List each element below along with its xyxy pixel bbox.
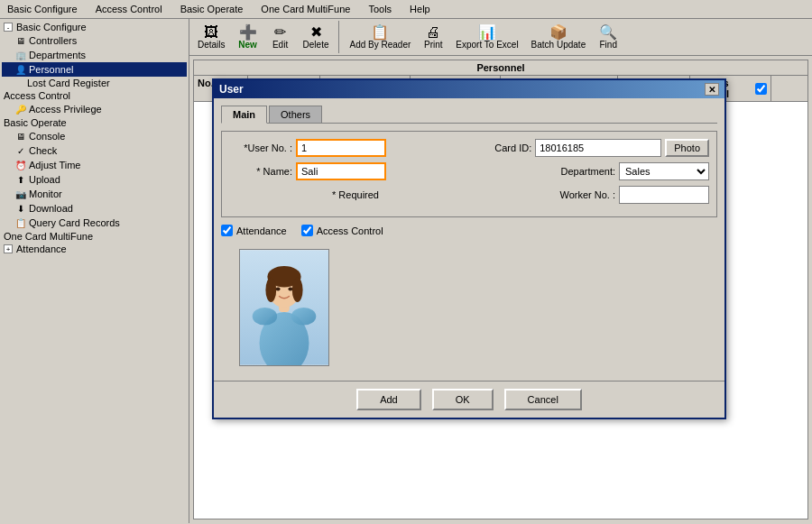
add-button[interactable]: Add [356,389,421,410]
access-control-checkbox[interactable] [301,225,313,236]
user-no-input[interactable] [296,139,386,157]
personnel-icon: 👤 [14,63,27,76]
sidebar-item-access-control-section[interactable]: Access Control [2,89,187,102]
delete-button[interactable]: ✖ Delete [299,23,334,52]
dialog-tabs: Main Others [221,106,717,124]
dialog-body: Main Others *User No. : Card ID: Photo [214,98,724,381]
sidebar-item-personnel[interactable]: 👤 Personnel [2,62,187,77]
query-icon: 📋 [14,216,27,229]
new-button[interactable]: ➕ New [234,23,263,52]
menu-basic-operate[interactable]: Basic Operate [177,2,247,16]
sidebar-label: Console [29,131,65,142]
sidebar-item-query-card[interactable]: 📋 Query Card Records [2,216,187,230]
sidebar-item-console[interactable]: 🖥 Console [2,129,187,143]
ok-button[interactable]: OK [432,389,494,410]
menu-basic-configure[interactable]: Basic Configure [4,2,81,16]
personnel-panel: Personnel No. Worker No. Name Card ID De… [193,60,808,519]
user-dialog: User ✕ Main Others *User No. : [212,78,726,419]
edit-button[interactable]: ✏ Edit [266,23,295,52]
expand-icon-attendance[interactable]: + [4,244,13,253]
name-input[interactable] [296,162,386,180]
details-label: Details [198,40,226,50]
sidebar-item-adjust-time[interactable]: ⏰ Adjust Time [2,158,187,172]
sidebar-label: Monitor [29,188,62,199]
menu-help[interactable]: Help [406,2,434,16]
batch-icon: 📦 [549,25,567,40]
delete-label: Delete [303,40,329,50]
worker-no-label: Worker No. : [552,189,615,200]
sidebar-label: Basic Configure [16,22,87,32]
sidebar-item-access-privilege[interactable]: 🔑 Access Privilege [2,102,187,116]
access-col-checkbox[interactable] [755,83,767,95]
sidebar-item-controllers[interactable]: 🖥 Controllers [2,33,187,48]
sidebar-item-monitor[interactable]: 📷 Monitor [2,187,187,201]
sidebar-label: Access Privilege [29,104,102,115]
batch-update-button[interactable]: 📦 Batch Update [527,23,591,52]
sidebar: - Basic Configure 🖥 Controllers 🏢 Depart… [0,19,189,523]
department-select[interactable]: Sales IT HR Finance [619,162,709,180]
export-excel-button[interactable]: 📊 Export To Excel [451,23,522,52]
print-icon: 🖨 [426,25,440,40]
details-button[interactable]: 🖼 Details [193,23,230,52]
svg-point-8 [288,287,292,290]
name-label: * Name: [229,166,292,177]
menu-one-card[interactable]: One Card MultiFune [257,2,354,16]
monitor-icon: 📷 [14,188,27,200]
find-label: Find [599,40,616,50]
sidebar-label: Controllers [29,35,77,46]
print-button[interactable]: 🖨 Print [419,23,448,52]
sidebar-label: Attendance [16,244,67,254]
tab-others[interactable]: Others [269,106,322,124]
photo-section [221,242,717,373]
edit-icon: ✏ [274,25,286,40]
print-label: Print [424,40,443,50]
sidebar-item-attendance[interactable]: + Attendance [2,243,187,255]
worker-no-input[interactable] [619,186,709,204]
checkbox-row: Attendance Access Control [221,225,717,236]
personnel-title: Personnel [194,60,807,76]
svg-point-7 [276,287,281,290]
attendance-checkbox-label: Attendance [221,225,287,236]
new-label: New [238,40,257,50]
sidebar-label: Query Card Records [29,217,120,228]
add-by-reader-button[interactable]: 📋 Add By Reader [345,23,415,52]
photo-button[interactable]: Photo [665,139,709,157]
dialog-title-text: User [219,83,244,96]
dept-icon: 🏢 [14,49,27,61]
sidebar-item-one-card[interactable]: One Card MultiFune [2,230,187,243]
sidebar-label: Access Control [4,90,70,101]
form-row-required: * Required Worker No. : [229,186,709,204]
menu-access-control[interactable]: Access Control [92,2,166,16]
dialog-close-button[interactable]: ✕ [705,83,719,96]
dialog-button-row: Add OK Cancel [214,381,724,418]
sidebar-item-check[interactable]: ✓ Check [2,143,187,158]
sidebar-item-lost-card[interactable]: Lost Card Register [2,77,187,89]
access-control-checkbox-label: Access Control [301,225,383,236]
tab-main[interactable]: Main [221,106,267,124]
details-icon: 🖼 [204,25,218,40]
sidebar-item-basic-operate[interactable]: Basic Operate [2,116,187,129]
delete-icon: ✖ [310,25,322,40]
sidebar-label: Upload [29,174,60,185]
sidebar-label: Departments [29,50,86,60]
find-button[interactable]: 🔍 Find [594,23,623,52]
access-control-label-text: Access Control [317,225,383,236]
sidebar-item-upload[interactable]: ⬆ Upload [2,172,187,187]
edit-label: Edit [272,40,288,50]
menu-tools[interactable]: Tools [364,2,395,16]
expand-icon-basic-configure[interactable]: - [4,23,13,32]
export-label: Export To Excel [456,40,518,50]
sidebar-label: Adjust Time [29,160,80,170]
clock-icon: ⏰ [14,159,27,171]
dept-label: Department: [552,166,615,177]
sidebar-item-basic-configure[interactable]: - Basic Configure [2,21,187,33]
person-photo-svg [240,249,328,366]
form-row-name: * Name: Department: Sales IT HR Finance [229,162,709,180]
card-id-input[interactable] [535,139,661,157]
sidebar-item-download[interactable]: ⬇ Download [2,201,187,216]
menu-bar: Basic Configure Access Control Basic Ope… [0,0,812,19]
attendance-checkbox[interactable] [221,225,233,236]
sidebar-item-departments[interactable]: 🏢 Departments [2,48,187,62]
cancel-button[interactable]: Cancel [504,389,582,410]
sidebar-label: Check [29,145,57,156]
